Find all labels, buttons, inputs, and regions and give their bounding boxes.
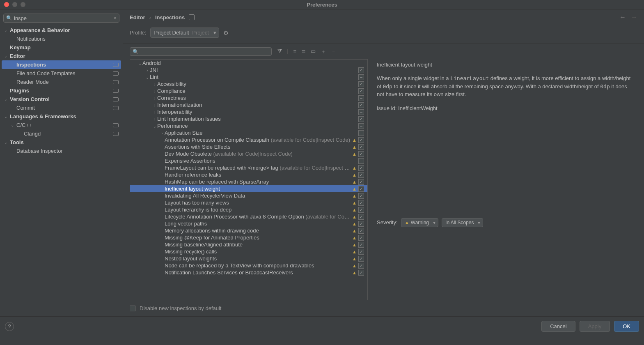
sidebar-item[interactable]: Inspections <box>2 60 121 69</box>
inspection-row[interactable]: Assertions with Side Effects▲ <box>130 143 367 150</box>
inspection-row[interactable]: Expensive Assertions <box>130 157 367 164</box>
inspection-checkbox[interactable] <box>358 179 364 185</box>
inspection-checkbox[interactable] <box>358 256 364 262</box>
cancel-button[interactable]: Cancel <box>541 321 575 332</box>
sidebar-item[interactable]: ⌄Version Control <box>2 95 121 104</box>
inspection-row[interactable]: ›Correctness <box>130 94 367 101</box>
inspection-row[interactable]: ⌄Performance <box>130 122 367 129</box>
inspection-checkbox[interactable] <box>358 214 364 220</box>
inspection-checkbox[interactable] <box>358 193 364 199</box>
inspection-row[interactable]: Handler reference leaks▲ <box>130 171 367 178</box>
reset-icon[interactable]: ▭ <box>311 48 316 55</box>
inspection-checkbox[interactable] <box>358 102 364 108</box>
inspection-checkbox[interactable] <box>358 221 364 227</box>
sidebar-item[interactable]: Keymap <box>2 43 121 52</box>
sidebar-item[interactable]: ⌄Appearance & Behavior <box>2 26 121 34</box>
forward-arrow-icon[interactable]: → <box>631 14 637 21</box>
sidebar-item[interactable]: Database Inspector <box>2 147 121 155</box>
inspection-row[interactable]: Lifecycle Annotation Processor with Java… <box>130 213 367 220</box>
inspection-row[interactable]: ›Application Size <box>130 129 367 136</box>
inspection-checkbox[interactable] <box>358 88 364 94</box>
inspection-checkbox[interactable] <box>358 172 364 178</box>
inspection-checkbox[interactable] <box>358 200 364 206</box>
inspection-row[interactable]: Missing recycle() calls▲ <box>130 248 367 255</box>
sidebar-item[interactable]: Commit <box>2 104 121 112</box>
inspection-row[interactable]: ›Internationalization <box>130 101 367 108</box>
inspection-row[interactable]: ⌄Lint <box>130 74 367 80</box>
back-arrow-icon[interactable]: ← <box>619 14 626 21</box>
maximize-window-button[interactable] <box>21 2 25 7</box>
inspection-row[interactable]: ›Accessibility <box>130 80 367 87</box>
collapse-all-icon[interactable]: ≣ <box>301 48 306 55</box>
inspection-checkbox[interactable] <box>358 186 364 192</box>
inspection-row[interactable]: ›JNI <box>130 67 367 74</box>
inspection-checkbox[interactable] <box>358 235 364 241</box>
sidebar-item[interactable]: File and Code Templates <box>2 69 121 78</box>
clear-search-icon[interactable]: × <box>113 15 117 21</box>
inspection-row[interactable]: HashMap can be replaced with SparseArray… <box>130 178 367 185</box>
inspection-row[interactable]: Layout hierarchy is too deep▲ <box>130 206 367 213</box>
inspection-row[interactable]: Missing @Keep for Animated Properties▲ <box>130 234 367 241</box>
inspection-row[interactable]: ›Compliance <box>130 87 367 94</box>
inspection-checkbox[interactable] <box>358 263 364 269</box>
sidebar-search-input[interactable] <box>14 15 113 21</box>
filter-icon[interactable]: ⧩ <box>277 48 282 55</box>
inspection-checkbox[interactable] <box>358 74 364 80</box>
inspection-row[interactable]: Nested layout weights▲ <box>130 255 367 262</box>
inspection-checkbox[interactable] <box>358 151 364 157</box>
inspection-checkbox[interactable] <box>358 144 364 150</box>
severity-dropdown[interactable]: ▲ Warning <box>401 218 438 227</box>
inspection-row[interactable]: ›Lint Implementation Issues <box>130 115 367 122</box>
gear-icon[interactable]: ⚙ <box>223 30 229 36</box>
inspection-checkbox[interactable] <box>358 207 364 213</box>
sidebar-item[interactable]: ⌄C/C++ <box>2 121 121 129</box>
inspection-checkbox[interactable] <box>358 116 364 122</box>
ok-button[interactable]: OK <box>614 321 639 332</box>
inspection-tree[interactable]: ⌄Android›JNI⌄Lint›Accessibility›Complian… <box>130 59 368 300</box>
breadcrumb-parent[interactable]: Editor <box>130 14 145 21</box>
sidebar-item[interactable]: ⌄Languages & Frameworks <box>2 112 121 121</box>
inspection-checkbox[interactable] <box>358 95 364 101</box>
add-icon[interactable]: ＋ <box>321 48 326 55</box>
sidebar-search[interactable]: 🔍 × <box>3 14 119 23</box>
inspection-row[interactable]: Memory allocations within drawing code▲ <box>130 227 367 234</box>
inspection-row[interactable]: Dev Mode Obsolete (available for Code|In… <box>130 150 367 157</box>
inspection-row[interactable]: Missing baselineAligned attribute▲ <box>130 241 367 248</box>
inspection-checkbox[interactable] <box>358 158 364 164</box>
sidebar-item[interactable]: ⌄Tools <box>2 138 121 147</box>
sidebar-item[interactable]: Plugins <box>2 86 121 95</box>
inspection-checkbox[interactable] <box>358 130 364 136</box>
inspection-checkbox[interactable] <box>358 137 364 143</box>
sidebar-item[interactable]: Clangd <box>2 129 121 138</box>
expand-all-icon[interactable]: ≡ <box>293 48 296 55</box>
inspection-search[interactable]: 🔍 <box>130 47 272 56</box>
inspection-row[interactable]: ⌄Android <box>130 60 367 67</box>
inspection-row[interactable]: Node can be replaced by a TextView with … <box>130 262 367 269</box>
inspection-checkbox[interactable] <box>358 270 364 276</box>
inspection-checkbox[interactable] <box>358 67 364 73</box>
remove-icon[interactable]: － <box>331 48 336 55</box>
inspection-row[interactable]: Long vector paths▲ <box>130 220 367 227</box>
sidebar-item[interactable]: ⌄Editor <box>2 52 121 60</box>
close-window-button[interactable] <box>4 2 9 7</box>
inspection-checkbox[interactable] <box>358 242 364 248</box>
inspection-checkbox[interactable] <box>358 109 364 115</box>
minimize-window-button[interactable] <box>12 2 17 7</box>
inspection-checkbox[interactable] <box>358 123 364 129</box>
inspection-checkbox[interactable] <box>358 249 364 255</box>
profile-dropdown[interactable]: Project Default Project <box>150 28 219 38</box>
help-icon[interactable]: ? <box>5 322 14 331</box>
inspection-row[interactable]: Annotation Processor on Compile Classpat… <box>130 136 367 143</box>
inspection-row[interactable]: Inefficient layout weight▲ <box>130 185 367 192</box>
inspection-row[interactable]: Layout has too many views▲ <box>130 199 367 206</box>
inspection-search-input[interactable] <box>140 48 269 55</box>
sidebar-item[interactable]: Notifications <box>2 34 121 43</box>
inspection-row[interactable]: Notification Launches Services or Broadc… <box>130 269 367 276</box>
inspection-checkbox[interactable] <box>358 228 364 234</box>
inspection-checkbox[interactable] <box>358 81 364 87</box>
inspection-checkbox[interactable] <box>358 165 364 171</box>
inspection-row[interactable]: Invalidating All RecyclerView Data▲ <box>130 192 367 199</box>
scope-dropdown[interactable]: In All Scopes <box>442 218 483 227</box>
sidebar-item[interactable]: Reader Mode <box>2 78 121 86</box>
inspection-row[interactable]: ›Interoperability <box>130 108 367 115</box>
